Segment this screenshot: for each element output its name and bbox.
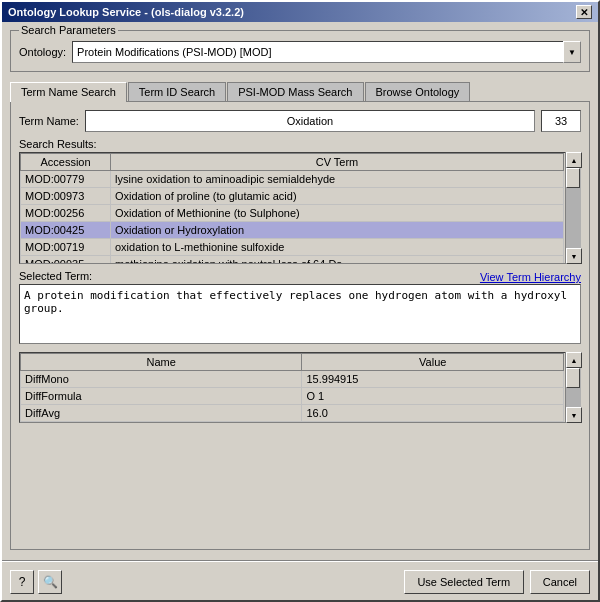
props-scrollbar[interactable]: ▲ ▼ bbox=[565, 352, 581, 423]
props-scroll-up-btn[interactable]: ▲ bbox=[566, 352, 582, 368]
accession-cell: MOD:00719 bbox=[21, 239, 111, 256]
use-selected-button[interactable]: Use Selected Term bbox=[404, 570, 524, 594]
prop-col-name: Name bbox=[21, 354, 302, 371]
prop-value-cell: 15.994915 bbox=[302, 371, 564, 388]
prop-col-value: Value bbox=[302, 354, 564, 371]
footer: ? 🔍 Use Selected Term Cancel bbox=[2, 564, 598, 600]
footer-left: ? 🔍 bbox=[10, 570, 62, 594]
term-name-input[interactable] bbox=[85, 110, 535, 132]
accession-cell: MOD:00425 bbox=[21, 222, 111, 239]
window-title: Ontology Lookup Service - (ols-dialog v3… bbox=[8, 6, 244, 18]
tab-term-name-search[interactable]: Term Name Search bbox=[10, 82, 127, 102]
properties-table: Name Value DiffMono15.994915DiffFormulaO… bbox=[20, 353, 564, 422]
list-item: DiffAvg16.0 bbox=[21, 405, 564, 422]
term-count-box bbox=[541, 110, 581, 132]
search-results-label: Search Results: bbox=[19, 138, 581, 150]
prop-name-cell: DiffAvg bbox=[21, 405, 302, 422]
cancel-button[interactable]: Cancel bbox=[530, 570, 590, 594]
tab-term-id-search[interactable]: Term ID Search bbox=[128, 82, 226, 101]
close-button[interactable]: ✕ bbox=[576, 5, 592, 19]
tab-bar: Term Name Search Term ID Search PSI-MOD … bbox=[10, 82, 590, 101]
accession-cell: MOD:00779 bbox=[21, 171, 111, 188]
results-table-container: Accession CV Term MOD:00779lysine oxidat… bbox=[19, 152, 581, 264]
cvterm-cell: lysine oxidation to aminoadipic semialde… bbox=[111, 171, 564, 188]
col-accession: Accession bbox=[21, 154, 111, 171]
properties-table-wrapper: Name Value DiffMono15.994915DiffFormulaO… bbox=[19, 352, 581, 423]
search-params-group: Search Parameters Ontology: Protein Modi… bbox=[10, 30, 590, 72]
results-table: Accession CV Term MOD:00779lysine oxidat… bbox=[20, 153, 564, 263]
selected-term-row: Selected Term: View Term Hierarchy bbox=[19, 270, 581, 284]
prop-name-cell: DiffMono bbox=[21, 371, 302, 388]
accession-cell: MOD:00973 bbox=[21, 188, 111, 205]
search-params-label: Search Parameters bbox=[19, 24, 118, 36]
titlebar: Ontology Lookup Service - (ols-dialog v3… bbox=[2, 2, 598, 22]
footer-divider bbox=[2, 560, 598, 562]
scroll-up-btn[interactable]: ▲ bbox=[566, 152, 582, 168]
selected-term-area: Selected Term: View Term Hierarchy A pro… bbox=[19, 270, 581, 346]
scroll-track bbox=[566, 168, 581, 248]
tab-psimod-mass-search[interactable]: PSI-MOD Mass Search bbox=[227, 82, 363, 101]
cvterm-cell: Oxidation of proline (to glutamic acid) bbox=[111, 188, 564, 205]
prop-value-cell: O 1 bbox=[302, 388, 564, 405]
scroll-thumb[interactable] bbox=[566, 168, 580, 188]
list-item: DiffFormulaO 1 bbox=[21, 388, 564, 405]
cvterm-cell: methionine oxidation with neutral loss o… bbox=[111, 256, 564, 264]
results-scrollbar[interactable]: ▲ ▼ bbox=[565, 152, 581, 264]
properties-area: Name Value DiffMono15.994915DiffFormulaO… bbox=[19, 352, 581, 423]
term-name-label: Term Name: bbox=[19, 115, 79, 127]
help-button[interactable]: ? bbox=[10, 570, 34, 594]
tabs-area: Term Name Search Term ID Search PSI-MOD … bbox=[10, 78, 590, 550]
prop-value-cell: 16.0 bbox=[302, 405, 564, 422]
footer-right: Use Selected Term Cancel bbox=[404, 570, 590, 594]
selected-term-label: Selected Term: bbox=[19, 270, 92, 282]
tab-content-area: Term Name: Search Results: bbox=[10, 101, 590, 550]
tab-browse-ontology[interactable]: Browse Ontology bbox=[365, 82, 471, 101]
results-table-wrapper: Accession CV Term MOD:00779lysine oxidat… bbox=[19, 152, 581, 264]
scroll-down-btn[interactable]: ▼ bbox=[566, 248, 582, 264]
description-box: A protein modification that effectively … bbox=[19, 284, 581, 344]
list-item: DiffMono15.994915 bbox=[21, 371, 564, 388]
accession-cell: MOD:00935 bbox=[21, 256, 111, 264]
props-scroll-track bbox=[566, 368, 581, 407]
main-window: Ontology Lookup Service - (ols-dialog v3… bbox=[0, 0, 600, 602]
search-icon: 🔍 bbox=[43, 575, 58, 589]
cvterm-cell: oxidation to L-methionine sulfoxide bbox=[111, 239, 564, 256]
cvterm-cell: Oxidation or Hydroxylation bbox=[111, 222, 564, 239]
prop-name-cell: DiffFormula bbox=[21, 388, 302, 405]
search-results-area: Search Results: Accession CV Term bbox=[19, 138, 581, 264]
ontology-select-wrapper: Protein Modifications (PSI-MOD) [MOD] ▼ bbox=[72, 41, 581, 63]
table-row[interactable]: MOD:00719oxidation to L-methionine sulfo… bbox=[21, 239, 564, 256]
results-table-scroll: Accession CV Term MOD:00779lysine oxidat… bbox=[20, 153, 564, 263]
col-cvterm: CV Term bbox=[111, 154, 564, 171]
ontology-row: Ontology: Protein Modifications (PSI-MOD… bbox=[19, 41, 581, 63]
properties-table-scroll: Name Value DiffMono15.994915DiffFormulaO… bbox=[20, 353, 564, 422]
help-icon: ? bbox=[19, 575, 26, 589]
table-row[interactable]: MOD:00256Oxidation of Methionine (to Sul… bbox=[21, 205, 564, 222]
table-row[interactable]: MOD:00935methionine oxidation with neutr… bbox=[21, 256, 564, 264]
props-scroll-down-btn[interactable]: ▼ bbox=[566, 407, 582, 423]
table-row[interactable]: MOD:00425Oxidation or Hydroxylation bbox=[21, 222, 564, 239]
view-hierarchy-link[interactable]: View Term Hierarchy bbox=[480, 271, 581, 283]
ontology-label: Ontology: bbox=[19, 46, 66, 58]
cvterm-cell: Oxidation of Methionine (to Sulphone) bbox=[111, 205, 564, 222]
accession-cell: MOD:00256 bbox=[21, 205, 111, 222]
search-button[interactable]: 🔍 bbox=[38, 570, 62, 594]
term-name-row: Term Name: bbox=[19, 110, 581, 132]
table-row[interactable]: MOD:00779lysine oxidation to aminoadipic… bbox=[21, 171, 564, 188]
main-content: Search Parameters Ontology: Protein Modi… bbox=[2, 22, 598, 558]
props-scroll-thumb[interactable] bbox=[566, 368, 580, 388]
ontology-select[interactable]: Protein Modifications (PSI-MOD) [MOD] bbox=[72, 41, 581, 63]
table-row[interactable]: MOD:00973Oxidation of proline (to glutam… bbox=[21, 188, 564, 205]
